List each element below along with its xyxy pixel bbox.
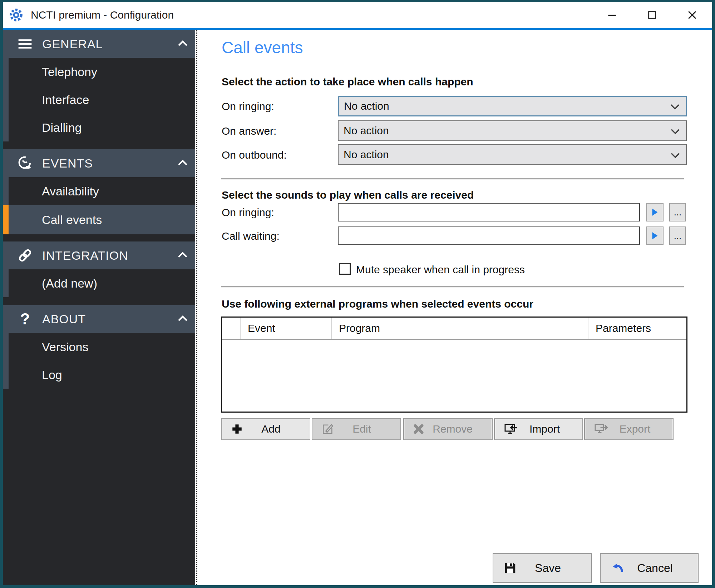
chevron-down-icon — [670, 149, 680, 161]
window-title: NCTI premium - Configuration — [31, 9, 174, 21]
sidebar-item-log[interactable]: Log — [9, 361, 195, 389]
section-label: INTEGRATION — [42, 249, 128, 263]
question-mark-icon: ? — [16, 311, 34, 327]
on-ringing-action-label: On ringing: — [222, 100, 274, 113]
panel-splitter[interactable] — [195, 30, 199, 585]
page-title: Call events — [222, 38, 303, 57]
maximize-button[interactable] — [632, 2, 672, 28]
on-ringing-action-select[interactable]: No action — [338, 96, 687, 116]
play-sound-button[interactable] — [646, 226, 664, 245]
sidebar-item-call-events[interactable]: Call events — [3, 205, 195, 234]
chevron-down-icon — [670, 125, 680, 137]
on-outbound-action-label: On outbound: — [222, 149, 287, 161]
export-icon — [594, 423, 608, 435]
chevron-up-icon — [177, 40, 188, 48]
section-header-about[interactable]: ? ABOUT — [3, 305, 195, 333]
gear-app-icon — [8, 7, 24, 23]
on-ringing-sound-label: On ringing: — [222, 206, 274, 219]
save-icon — [503, 561, 517, 575]
chain-link-icon — [16, 247, 34, 264]
close-icon — [686, 9, 698, 21]
column-header-event[interactable]: Event — [240, 318, 331, 339]
sounds-caption: Select the sounds to play when calls are… — [222, 189, 474, 201]
section-integration: INTEGRATION (Add new) — [3, 241, 195, 297]
column-header-parameters[interactable]: Parameters — [588, 318, 686, 339]
export-button[interactable]: Export — [584, 418, 674, 440]
play-icon — [651, 208, 659, 216]
programs-table[interactable]: Event Program Parameters — [221, 317, 687, 413]
section-label: EVENTS — [42, 156, 93, 170]
add-button[interactable]: Add — [221, 418, 310, 440]
sidebar-item-dialling[interactable]: Dialling — [9, 114, 195, 141]
edit-button[interactable]: Edit — [312, 418, 401, 440]
section-header-events[interactable]: EVENTS — [3, 149, 195, 177]
x-icon — [413, 424, 424, 434]
selected-value: No action — [344, 125, 389, 137]
actions-caption: Select the action to take place when cal… — [222, 76, 473, 88]
separator — [221, 178, 684, 179]
import-icon — [504, 423, 518, 435]
chevron-up-icon — [177, 251, 188, 259]
mute-speaker-checkbox[interactable] — [339, 263, 351, 275]
hamburger-icon — [16, 36, 34, 52]
minimize-icon — [606, 9, 618, 21]
selected-value: No action — [344, 100, 389, 112]
minimize-button[interactable] — [592, 2, 632, 28]
save-button[interactable]: Save — [493, 553, 592, 583]
plus-icon — [231, 423, 243, 435]
sidebar-item-interface[interactable]: Interface — [9, 86, 195, 114]
chevron-down-icon — [670, 100, 680, 112]
section-events: EVENTS Availability Call events — [3, 149, 195, 234]
section-header-general[interactable]: GENERAL — [3, 30, 195, 58]
remove-button[interactable]: Remove — [403, 418, 493, 440]
chevron-up-icon — [177, 159, 188, 167]
call-waiting-sound-label: Call waiting: — [222, 230, 280, 242]
ellipsis-icon: ... — [674, 207, 682, 218]
programs-table-body[interactable] — [222, 340, 686, 411]
section-header-integration[interactable]: INTEGRATION — [3, 241, 195, 269]
maximize-icon — [646, 9, 658, 21]
pencil-icon — [322, 423, 334, 435]
undo-arrow-icon — [611, 562, 624, 574]
sidebar-item-versions[interactable]: Versions — [9, 333, 195, 361]
on-outbound-action-select[interactable]: No action — [338, 144, 687, 165]
on-answer-action-label: On answer: — [222, 125, 276, 137]
chevron-up-icon — [177, 315, 188, 323]
events-clock-icon — [16, 155, 34, 171]
on-answer-action-select[interactable]: No action — [338, 120, 687, 141]
play-icon — [651, 231, 659, 240]
selected-value: No action — [344, 149, 389, 161]
sidebar-item-add-new[interactable]: (Add new) — [9, 269, 195, 297]
ellipsis-icon: ... — [674, 230, 682, 241]
section-about: ? ABOUT Versions Log — [3, 305, 195, 389]
column-header-blank[interactable] — [222, 318, 240, 339]
main-content: Call events Select the action to take pl… — [199, 30, 712, 585]
section-label: GENERAL — [42, 37, 103, 51]
section-general: GENERAL Telephony Interface Dialling — [3, 30, 195, 141]
section-label: ABOUT — [42, 312, 86, 326]
titlebar: NCTI premium - Configuration — [3, 2, 712, 28]
programs-caption: Use following external programs when sel… — [222, 298, 533, 310]
separator — [221, 286, 684, 287]
cancel-button[interactable]: Cancel — [600, 553, 699, 583]
play-sound-button[interactable] — [646, 203, 664, 221]
programs-table-header: Event Program Parameters — [222, 318, 686, 340]
column-header-program[interactable]: Program — [331, 318, 588, 339]
browse-sound-button[interactable]: ... — [669, 226, 686, 245]
sidebar-item-availability[interactable]: Availability — [9, 177, 195, 205]
app-window: NCTI premium - Configuration GENERAL — [0, 0, 715, 588]
mute-speaker-label: Mute speaker when call in progress — [356, 264, 525, 276]
browse-sound-button[interactable]: ... — [669, 203, 686, 221]
call-waiting-sound-input[interactable] — [338, 226, 640, 245]
sidebar-item-telephony[interactable]: Telephony — [9, 58, 195, 86]
on-ringing-sound-input[interactable] — [338, 203, 640, 221]
close-button[interactable] — [672, 2, 712, 28]
selected-item-indicator — [3, 205, 9, 234]
sidebar-nav: GENERAL Telephony Interface Dialling EVE… — [3, 30, 195, 585]
import-button[interactable]: Import — [494, 418, 583, 440]
